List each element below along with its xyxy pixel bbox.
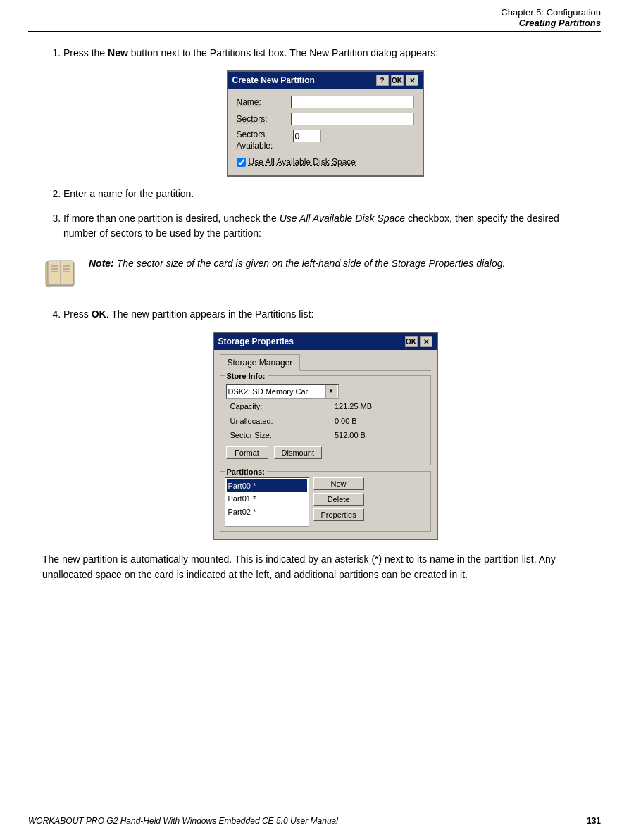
- create-partition-title: Create New Partition: [232, 74, 376, 87]
- ok-button-titlebar[interactable]: OK: [391, 75, 404, 86]
- checkbox-row: Use All Available Disk Space: [237, 156, 414, 168]
- sector-size-row: Sector Size: 512.00 B: [228, 429, 423, 442]
- delete-partition-button[interactable]: Delete: [313, 493, 364, 506]
- note-label: Note:: [89, 258, 114, 269]
- format-dismount-row: Format Dismount: [226, 446, 425, 459]
- create-partition-dialog-container: Create New Partition ? OK ✕ Name:: [63, 70, 587, 177]
- store-dropdown-row: DSK2: SD Memory Car ▼: [226, 384, 425, 399]
- format-button[interactable]: Format: [226, 446, 268, 459]
- step3-text-before: If more than one partition is desired, u…: [63, 213, 280, 224]
- partitions-label: Partitions:: [225, 466, 267, 478]
- new-partition-button[interactable]: New: [313, 477, 364, 490]
- sectors-input[interactable]: [291, 113, 413, 125]
- storage-titlebar-btns: OK ✕: [405, 336, 432, 347]
- sectors-row: Sectors:: [237, 113, 414, 125]
- step4-list: Press OK. The new partition appears in t…: [42, 307, 587, 540]
- titlebar-buttons: ? OK ✕: [376, 75, 418, 86]
- step2-text: Enter a name for the partition.: [63, 188, 194, 199]
- partitions-list[interactable]: Part00 * Part01 * Part02 *: [225, 477, 309, 527]
- create-partition-body: Name: Sectors: SectorsAvailable: 0: [228, 89, 423, 175]
- close-button-titlebar[interactable]: ✕: [406, 75, 418, 86]
- partition-item-1[interactable]: Part01 *: [227, 492, 307, 506]
- sectors-label: Sectors:: [237, 113, 292, 125]
- store-dropdown[interactable]: DSK2: SD Memory Car ▼: [226, 384, 339, 399]
- store-dropdown-value: DSK2: SD Memory Car: [228, 386, 309, 398]
- step-2: Enter a name for the partition.: [63, 187, 587, 201]
- storage-body: Storage Manager Store Info: DSK2: SD Mem…: [214, 350, 437, 539]
- page-footer: WORKABOUT PRO G2 Hand-Held With Windows …: [28, 813, 601, 826]
- capacity-value: 121.25 MB: [332, 400, 423, 413]
- chapter-title: Chapter 5: Configuration: [28, 7, 601, 18]
- storage-titlebar: Storage Properties OK ✕: [214, 333, 437, 350]
- step-4: Press OK. The new partition appears in t…: [63, 307, 587, 540]
- step4-text-before: Press: [63, 308, 92, 320]
- name-input[interactable]: [291, 96, 413, 108]
- storage-ok-button[interactable]: OK: [405, 336, 418, 347]
- help-button[interactable]: ?: [376, 75, 389, 86]
- step-1: Press the New button next to the Partiti…: [63, 46, 587, 177]
- storage-title: Storage Properties: [218, 335, 294, 348]
- storage-dialog-container: Storage Properties OK ✕ Storage Manager: [63, 332, 587, 540]
- store-info-label: Store Info:: [225, 370, 268, 382]
- capacity-label: Capacity:: [228, 400, 330, 413]
- step4-text-after: . The new partition appears in the Parti…: [106, 308, 314, 320]
- store-info-table: Capacity: 121.25 MB Unallocated: 0.00 B …: [226, 399, 425, 444]
- capacity-row: Capacity: 121.25 MB: [228, 400, 423, 413]
- note-section: Note: The sector size of the card is giv…: [42, 252, 587, 296]
- step4-bold: OK: [92, 308, 106, 320]
- section-title: Creating Partitions: [28, 18, 601, 28]
- note-text-container: Note: The sector size of the card is giv…: [89, 256, 505, 271]
- bottom-paragraph: The new partition is automatically mount…: [42, 551, 587, 583]
- step1-bold: New: [108, 47, 128, 58]
- create-partition-titlebar: Create New Partition ? OK ✕: [228, 72, 423, 89]
- storage-properties-dialog: Storage Properties OK ✕ Storage Manager: [213, 332, 438, 540]
- sector-size-label: Sector Size:: [228, 429, 330, 442]
- partitions-content: Part00 * Part01 * Part02 * New Delete Pr…: [225, 477, 426, 527]
- footer-page: 131: [587, 816, 601, 826]
- partition-item-0[interactable]: Part00 *: [227, 479, 307, 493]
- note-book-icon: [42, 256, 77, 292]
- tab-storage-manager[interactable]: Storage Manager: [220, 354, 301, 371]
- footer-text: WORKABOUT PRO G2 Hand-Held With Windows …: [28, 816, 338, 826]
- tab-bar: Storage Manager: [220, 354, 431, 371]
- step1-text-after: button next to the Partitions list box. …: [128, 47, 438, 58]
- store-info-group: Store Info: DSK2: SD Memory Car ▼ Capaci…: [220, 375, 431, 465]
- storage-close-button[interactable]: ✕: [420, 336, 432, 347]
- dropdown-arrow-icon[interactable]: ▼: [325, 385, 337, 398]
- partitions-group: Partitions: Part00 * Part01 * Part02 * N…: [220, 471, 431, 532]
- main-content: Press the New button next to the Partiti…: [28, 46, 601, 582]
- partition-buttons: New Delete Properties: [313, 477, 364, 527]
- unallocated-value: 0.00 B: [332, 415, 423, 428]
- unallocated-row: Unallocated: 0.00 B: [228, 415, 423, 428]
- note-content: The sector size of the card is given on …: [117, 258, 506, 269]
- dismount-button[interactable]: Dismount: [274, 446, 322, 459]
- name-label: Name:: [237, 96, 292, 108]
- name-row: Name:: [237, 96, 414, 108]
- partition-item-2[interactable]: Part02 *: [227, 506, 307, 519]
- sectors-available-label: SectorsAvailable:: [237, 130, 293, 151]
- step1-text-before: Press the: [63, 47, 108, 58]
- use-all-space-checkbox[interactable]: [237, 158, 246, 167]
- checkbox-label: Use All Available Disk Space: [249, 156, 356, 168]
- step3-italic: Use All Available Disk Space: [280, 213, 405, 224]
- page-header: Chapter 5: Configuration Creating Partit…: [28, 7, 601, 32]
- sectors-available-value: 0: [293, 130, 321, 142]
- sectors-available-row: SectorsAvailable: 0: [237, 130, 414, 151]
- properties-partition-button[interactable]: Properties: [313, 508, 364, 521]
- sector-size-value: 512.00 B: [332, 429, 423, 442]
- unallocated-label: Unallocated:: [228, 415, 330, 428]
- step-3: If more than one partition is desired, u…: [63, 211, 587, 241]
- create-partition-dialog: Create New Partition ? OK ✕ Name:: [227, 70, 424, 177]
- steps-list: Press the New button next to the Partiti…: [42, 46, 587, 241]
